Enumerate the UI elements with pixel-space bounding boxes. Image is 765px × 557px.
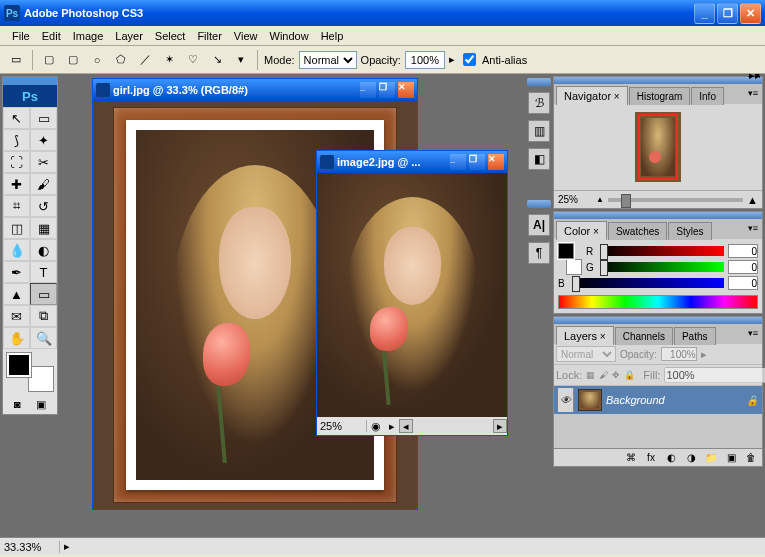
navigator-thumbnail[interactable] <box>635 112 681 182</box>
lock-move-icon[interactable]: ✥ <box>612 368 620 382</box>
doc-zoom-image2[interactable]: 25% <box>317 420 367 432</box>
blur-tool[interactable]: 💧 <box>3 239 30 261</box>
antialias-checkbox[interactable] <box>463 53 476 66</box>
pen-tool[interactable]: ✒ <box>3 261 30 283</box>
blend-mode-select[interactable]: Normal <box>556 346 616 362</box>
menu-help[interactable]: Help <box>315 28 350 44</box>
shape-heart-icon[interactable]: ♡ <box>183 50 203 70</box>
tab-paths[interactable]: Paths <box>674 327 716 345</box>
hand-tool[interactable]: ✋ <box>3 327 30 349</box>
gradient-tool[interactable]: ▦ <box>30 217 57 239</box>
link-layers-icon[interactable]: ⌘ <box>624 451 638 465</box>
panel-grip[interactable]: –× <box>554 317 762 324</box>
dodge-tool[interactable]: ◐ <box>30 239 57 261</box>
shape-line-icon[interactable]: ／ <box>135 50 155 70</box>
history-brush-tool[interactable]: ↺ <box>30 195 57 217</box>
dock-grip[interactable] <box>527 200 551 208</box>
tab-styles[interactable]: Styles <box>668 222 711 240</box>
r-slider[interactable] <box>600 246 724 256</box>
g-slider[interactable] <box>600 262 724 272</box>
layer-group-icon[interactable]: 📁 <box>704 451 718 465</box>
color-fg-swatch[interactable] <box>558 243 574 259</box>
layer-thumbnail[interactable] <box>578 389 602 411</box>
tab-histogram[interactable]: Histogram <box>629 87 691 105</box>
toolbox-handle[interactable] <box>3 77 57 85</box>
g-input[interactable] <box>728 260 758 274</box>
doc-maximize-button[interactable]: ❐ <box>469 154 485 170</box>
panel-menu-icon[interactable]: ▾≡ <box>746 86 760 100</box>
slice-tool[interactable]: ✂ <box>30 151 57 173</box>
menu-filter[interactable]: Filter <box>191 28 227 44</box>
shape-tool[interactable]: ▭ <box>30 283 57 305</box>
adjustment-layer-icon[interactable]: ◑ <box>684 451 698 465</box>
panel-close-icon[interactable]: –× <box>748 74 761 81</box>
shape-polygon-icon[interactable]: ⬠ <box>111 50 131 70</box>
tab-layers[interactable]: Layers × <box>556 326 614 345</box>
background-swatch[interactable] <box>29 367 53 391</box>
shape-roundrect-icon[interactable]: ▢ <box>63 50 83 70</box>
menu-file[interactable]: File <box>6 28 36 44</box>
menu-image[interactable]: Image <box>67 28 110 44</box>
canvas-image2[interactable] <box>317 173 507 417</box>
menu-view[interactable]: View <box>228 28 264 44</box>
navigator-zoom-value[interactable]: 25% <box>558 194 592 205</box>
doc-minimize-button[interactable]: _ <box>450 154 466 170</box>
lock-all-icon[interactable]: 🔒 <box>624 368 635 382</box>
maximize-button[interactable]: ❐ <box>717 3 738 24</box>
doc-minimize-button[interactable]: _ <box>360 82 376 98</box>
menu-layer[interactable]: Layer <box>109 28 149 44</box>
lock-transparency-icon[interactable]: ▦ <box>586 368 595 382</box>
eyedropper-tool[interactable]: ⧉ <box>30 305 57 327</box>
path-select-tool[interactable]: ▲ <box>3 283 30 305</box>
opacity-input[interactable] <box>405 51 445 69</box>
tab-color[interactable]: Color × <box>556 221 607 240</box>
shape-options-icon[interactable]: ▾ <box>231 50 251 70</box>
layer-row-background[interactable]: 👁 Background 🔒 <box>554 386 762 414</box>
marquee-tool[interactable]: ▭ <box>30 107 57 129</box>
doc-info-icon[interactable]: ◉ <box>367 420 385 433</box>
tab-swatches[interactable]: Swatches <box>608 222 667 240</box>
tab-info[interactable]: Info <box>691 87 724 105</box>
foreground-swatch[interactable] <box>7 353 31 377</box>
eraser-tool[interactable]: ◫ <box>3 217 30 239</box>
move-tool[interactable]: ↖ <box>3 107 30 129</box>
panel-grip[interactable]: ▸▸ <box>554 77 762 84</box>
color-spectrum[interactable] <box>558 295 758 309</box>
panel-grip[interactable]: –× <box>554 212 762 219</box>
type-tool[interactable]: T <box>30 261 57 283</box>
shape-custom-icon[interactable]: ✶ <box>159 50 179 70</box>
delete-layer-icon[interactable]: 🗑 <box>744 451 758 465</box>
wand-tool[interactable]: ✦ <box>30 129 57 151</box>
shape-rect-icon[interactable]: ▢ <box>39 50 59 70</box>
h-scrollbar[interactable]: ◂ ▸ <box>399 419 507 433</box>
doc-close-button[interactable]: ✕ <box>398 82 414 98</box>
doc-titlebar-image2[interactable]: image2.jpg @ ... _ ❐ ✕ <box>317 151 507 173</box>
dock-grip[interactable] <box>527 78 551 86</box>
b-slider[interactable] <box>572 278 724 288</box>
dock-character-icon[interactable]: A| <box>528 214 550 236</box>
doc-close-button[interactable]: ✕ <box>488 154 504 170</box>
crop-tool[interactable]: ⛶ <box>3 151 30 173</box>
menu-select[interactable]: Select <box>149 28 192 44</box>
stamp-tool[interactable]: ⌗ <box>3 195 30 217</box>
doc-maximize-button[interactable]: ❐ <box>379 82 395 98</box>
doc-titlebar-girl[interactable]: girl.jpg @ 33.3% (RGB/8#) _ ❐ ✕ <box>93 79 417 101</box>
heal-tool[interactable]: ✚ <box>3 173 30 195</box>
dock-toolpresets-icon[interactable]: ▥ <box>528 120 550 142</box>
layer-visibility-icon[interactable]: 👁 <box>558 388 574 412</box>
shape-ellipse-icon[interactable]: ○ <box>87 50 107 70</box>
new-layer-icon[interactable]: ▣ <box>724 451 738 465</box>
zoom-tool[interactable]: 🔍 <box>30 327 57 349</box>
layer-fx-icon[interactable]: fx <box>644 451 658 465</box>
layer-opacity-input[interactable] <box>661 347 697 361</box>
minimize-button[interactable]: _ <box>694 3 715 24</box>
dock-brushes-icon[interactable]: ℬ <box>528 92 550 114</box>
opacity-flyout-icon[interactable]: ▸ <box>449 53 455 66</box>
app-zoom-value[interactable]: 33.33% <box>0 541 60 553</box>
tab-navigator[interactable]: Navigator × <box>556 86 628 105</box>
screenmode-icon[interactable]: ▣ <box>36 398 46 411</box>
quickmask-icon[interactable]: ◙ <box>14 398 21 411</box>
menu-edit[interactable]: Edit <box>36 28 67 44</box>
color-swatches[interactable] <box>7 353 53 391</box>
lock-paint-icon[interactable]: 🖌 <box>599 368 608 382</box>
